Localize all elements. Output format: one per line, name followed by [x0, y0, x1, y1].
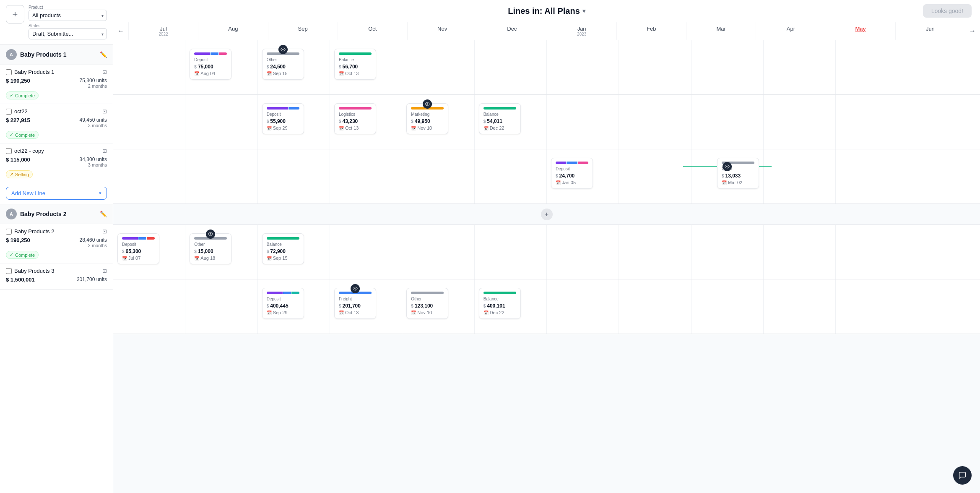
eye-overlay-row4-other[interactable]: [206, 230, 215, 239]
line-months-oct22: 3 months: [80, 123, 107, 128]
topbar: Lines in: All Plans ▾ Looks good!: [113, 0, 980, 22]
line-item-baby-products-1: Baby Products 1 ⊡ $ 190,250 75,300 units…: [0, 64, 113, 104]
bar-row4-deposit: [122, 237, 155, 240]
card-row4-other-date: 📅Aug 18: [194, 256, 227, 261]
tl-row1-col-jul: [113, 40, 185, 94]
bar-row2-balance: [484, 107, 516, 110]
chat-icon: [958, 471, 967, 480]
tl-row2-col-dec: Balance $54,011 📅Dec 22: [475, 95, 547, 149]
eye-overlay-row1-other[interactable]: [278, 45, 288, 54]
card-row2-deposit-date: 📅Sep 29: [267, 125, 299, 130]
line-units-bp3: 301,700 units: [77, 276, 107, 282]
line-units-bp2: 28,460 units: [80, 237, 107, 243]
states-filter-wrap[interactable]: Draft, Submitte... ▾: [29, 28, 107, 39]
tl-row5-col-aug: [185, 279, 257, 334]
add-row-plus-icon: +: [541, 209, 553, 220]
tl-row3-col-jun: [908, 149, 980, 203]
timeline-row-2: Deposit $55,900 📅Sep 29 Logistics: [113, 95, 980, 149]
title-dropdown-arrow[interactable]: ▾: [582, 8, 585, 14]
line-item-baby-products-3: Baby Products 3 ⊡ $ 1,500,001 301,700 un…: [0, 263, 113, 290]
month-col-nov: Nov: [407, 22, 477, 40]
tl-row2-col-sep: Deposit $55,900 📅Sep 29: [258, 95, 330, 149]
group-avatar-1: A: [6, 49, 17, 60]
card-row2-deposit-label: Deposit: [267, 112, 299, 117]
month-col-dec: Dec: [477, 22, 546, 40]
card-row4-balance: Balance $72,900 📅Sep 15: [262, 233, 304, 264]
tl-row3-col-nov: [402, 149, 474, 203]
line-months-bp1: 2 months: [80, 83, 107, 89]
next-nav-button[interactable]: →: [965, 23, 980, 39]
card-row5-balance-amount: $400,101: [484, 303, 516, 309]
tl-row1-col-feb: [619, 40, 691, 94]
card-row1-deposit: Deposit $75,000 📅Aug 04: [190, 49, 231, 80]
card-row3-other: Other $13,033 📅Mar 02: [717, 158, 759, 189]
group-header-2: A Baby Products 2 ✏️: [0, 204, 113, 224]
tl-row2-col-apr: [764, 95, 836, 149]
product-filter-select[interactable]: All products: [29, 10, 107, 21]
card-row1-balance-amount: $56,700: [339, 64, 372, 70]
product-filter-wrap[interactable]: All products ▾: [29, 10, 107, 21]
line-checkbox-bp3[interactable]: [6, 268, 12, 274]
card-row5-other-label: Other: [411, 297, 444, 301]
tl-row2-col-nov: Marketing $49,950 📅Nov 10: [402, 95, 474, 149]
month-columns: Jul 2022 Aug Sep Oct Nov Dec: [128, 22, 965, 40]
add-row-button[interactable]: +: [113, 204, 980, 225]
line-checkbox-bp1[interactable]: [6, 69, 12, 75]
add-new-line-button-1[interactable]: Add New Line ▾: [6, 187, 107, 200]
bar-row1-deposit: [194, 52, 227, 55]
tl-row4-col-nov: [402, 225, 474, 279]
chat-button[interactable]: [953, 466, 972, 485]
card-row2-logistics: Logistics $43,230 📅Oct 13: [334, 103, 376, 134]
month-col-mar: Mar: [686, 22, 756, 40]
line-units-oct22: 49,450 units: [80, 117, 107, 123]
card-row2-marketing-label: Marketing: [411, 112, 444, 117]
line-edit-oct22-copy[interactable]: ⊡: [102, 148, 107, 154]
line-badge-oct22: ✓ Complete: [6, 131, 39, 139]
line-edit-bp2[interactable]: ⊡: [102, 228, 107, 235]
line-badge-bp2: ✓ Complete: [6, 251, 39, 259]
add-button[interactable]: +: [6, 5, 24, 23]
line-checkbox-oct22[interactable]: [6, 109, 12, 115]
eye-overlay-row3-connector[interactable]: [723, 162, 732, 171]
eye-overlay-row2-marketing[interactable]: [423, 99, 432, 109]
line-amount-bp2: $ 190,250: [6, 237, 30, 243]
line-edit-bp3[interactable]: ⊡: [102, 268, 107, 274]
tl-row4-col-sep: Balance $72,900 📅Sep 15: [258, 225, 330, 279]
line-checkbox-bp2[interactable]: [6, 229, 12, 235]
states-filter-select[interactable]: Draft, Submitte...: [29, 28, 107, 39]
card-row2-logistics-label: Logistics: [339, 112, 372, 117]
card-row4-balance-date: 📅Sep 15: [267, 256, 299, 261]
tl-row4-col-mar: [691, 225, 764, 279]
prev-nav-button[interactable]: ←: [113, 23, 128, 39]
line-checkbox-oct22-copy[interactable]: [6, 148, 12, 154]
tl-row4-col-aug: Other $15,000 📅Aug 18: [185, 225, 257, 279]
tl-row3-col-sep: [258, 149, 330, 203]
group-edit-icon-1[interactable]: ✏️: [100, 51, 107, 58]
line-amount-bp1: $ 190,250: [6, 78, 30, 84]
card-row1-deposit-date: 📅Aug 04: [194, 71, 227, 76]
tl-row1-col-apr: [764, 40, 836, 94]
eye-overlay-row5-freight[interactable]: [351, 284, 360, 293]
line-edit-bp1[interactable]: ⊡: [102, 69, 107, 75]
group-edit-icon-2[interactable]: ✏️: [100, 211, 107, 217]
card-row1-other-label: Other: [267, 57, 299, 62]
bar-row1-balance: [339, 52, 372, 55]
tl-row5-col-oct: Freight $201,700 📅Oct 13: [330, 279, 402, 334]
line-name-oct22: oct22: [14, 108, 100, 115]
tl-row4-col-feb: [619, 225, 691, 279]
tl-row3-col-aug: [185, 149, 257, 203]
tl-row1-col-aug: Deposit $75,000 📅Aug 04: [185, 40, 257, 94]
card-row2-balance-amount: $54,011: [484, 118, 516, 124]
card-row4-deposit-label: Deposit: [122, 242, 155, 247]
card-row5-other: Other $123,100 📅Nov 10: [406, 288, 448, 319]
tl-row5-col-mar: [691, 279, 764, 334]
looks-good-button[interactable]: Looks good!: [923, 4, 972, 18]
card-row5-other-amount: $123,100: [411, 303, 444, 309]
group-title-1: Baby Products 1: [20, 51, 96, 58]
svg-point-1: [427, 104, 428, 105]
states-filter-label: States: [29, 23, 107, 28]
line-edit-oct22[interactable]: ⊡: [102, 108, 107, 115]
card-row5-deposit-date: 📅Sep 29: [267, 310, 299, 315]
line-months-oct22-copy: 3 months: [80, 162, 107, 167]
tl-row3-col-dec: [475, 149, 547, 203]
